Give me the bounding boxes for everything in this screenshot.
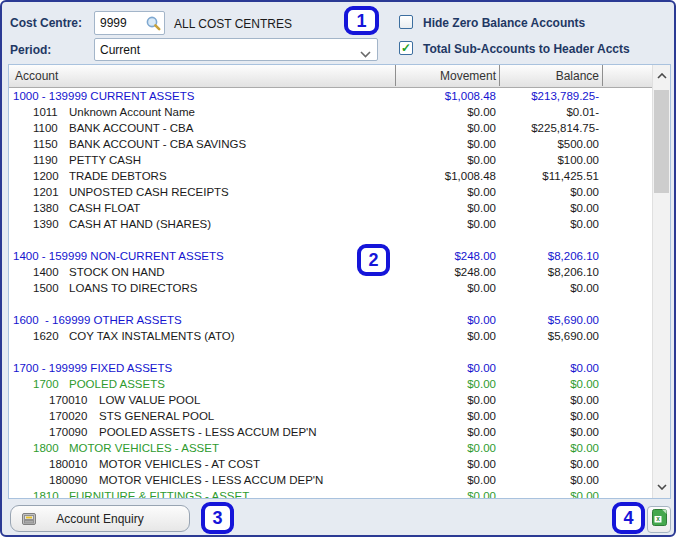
movement-value: $0.00 <box>467 280 496 296</box>
balance-value: $0.00 <box>570 392 599 408</box>
account-code: 1800 <box>33 440 59 456</box>
account-name: COY TAX INSTALMENTS (ATO) <box>69 328 235 344</box>
table-row[interactable]: 180010MOTOR VEHICLES - AT COST$0.00$0.00 <box>9 456 670 472</box>
movement-value: $0.00 <box>467 120 496 136</box>
movement-value: $0.00 <box>467 424 496 440</box>
account-name: FURNITURE & FITTINGS - ASSET <box>69 488 249 499</box>
account-code: 170010 <box>49 392 87 408</box>
account-enquiry-label: Account Enquiry <box>56 512 143 526</box>
balance-value: $8,206.10 <box>548 248 599 264</box>
account-grid: Account Movement Balance 1000 - 139999 C… <box>8 64 671 499</box>
movement-value: $0.00 <box>467 392 496 408</box>
table-row[interactable]: 1620COY TAX INSTALMENTS (ATO)$0.00$5,690… <box>9 328 670 344</box>
account-balances-dialog: Cost Centre: 9999 ALL COST CENTRES Perio… <box>0 0 676 537</box>
balance-value: $213,789.25- <box>531 88 599 104</box>
table-row[interactable]: 170010LOW VALUE POOL$0.00$0.00 <box>9 392 670 408</box>
export-excel-button[interactable]: x <box>647 506 671 533</box>
account-name: 1600 - 169999 OTHER ASSETS <box>13 312 182 328</box>
movement-value: $0.00 <box>467 312 496 328</box>
table-row[interactable]: 1200TRADE DEBTORS$1,008.48$11,425.51 <box>9 168 670 184</box>
account-name: MOTOR VEHICLES - ASSET <box>69 440 219 456</box>
table-row[interactable]: 1201UNPOSTED CASH RECEIPTS$0.00$0.00 <box>9 184 670 200</box>
account-code: 180010 <box>49 456 87 472</box>
account-name: PETTY CASH <box>69 152 141 168</box>
table-row[interactable]: 1400 - 159999 NON-CURRENT ASSETS$248.00$… <box>9 248 670 264</box>
cost-centre-input[interactable]: 9999 <box>94 11 165 35</box>
table-row[interactable]: 1700POOLED ASSETS$0.00$0.00 <box>9 376 670 392</box>
total-sub-accounts-checkbox[interactable]: ✓ <box>399 41 413 55</box>
balance-value: $11,425.51 <box>542 168 599 184</box>
balance-value: $0.00 <box>570 424 599 440</box>
column-divider <box>395 65 396 86</box>
account-enquiry-button[interactable]: Account Enquiry <box>10 505 190 532</box>
hide-zero-checkbox[interactable] <box>399 15 413 29</box>
table-row[interactable]: 1190PETTY CASH$0.00$100.00 <box>9 152 670 168</box>
table-row[interactable]: 1500LOANS TO DIRECTORS$0.00$0.00 <box>9 280 670 296</box>
account-name: BANK ACCOUNT - CBA SAVINGS <box>69 136 246 152</box>
movement-value: $248.00 <box>454 264 496 280</box>
vertical-scrollbar[interactable] <box>652 65 670 498</box>
excel-icon: x <box>652 509 667 530</box>
table-row[interactable]: 170090POOLED ASSETS - LESS ACCUM DEP'N$0… <box>9 424 670 440</box>
account-code: 1620 <box>33 328 59 344</box>
scroll-up-icon[interactable] <box>653 67 670 85</box>
table-row[interactable]: 1600 - 169999 OTHER ASSETS$0.00$5,690.00 <box>9 312 670 328</box>
account-code: 1100 <box>33 120 58 136</box>
table-row[interactable]: 1150BANK ACCOUNT - CBA SAVINGS$0.00$500.… <box>9 136 670 152</box>
balance-value: $0.00 <box>570 216 599 232</box>
balance-value: $0.00 <box>570 376 599 392</box>
balance-value: $225,814.75- <box>531 120 599 136</box>
account-code: 1190 <box>33 152 58 168</box>
table-row[interactable]: 170020STS GENERAL POOL$0.00$0.00 <box>9 408 670 424</box>
cabinet-icon <box>21 511 37 530</box>
table-row[interactable]: 1400STOCK ON HAND$248.00$8,206.10 <box>9 264 670 280</box>
table-row[interactable]: 1100BANK ACCOUNT - CBA$0.00$225,814.75- <box>9 120 670 136</box>
account-name: MOTOR VEHICLES - LESS ACCUM DEP'N <box>99 472 323 488</box>
movement-value: $0.00 <box>467 456 496 472</box>
spacer-row <box>9 296 670 312</box>
account-code: 1011 <box>33 104 58 120</box>
balance-value: $500.00 <box>557 136 599 152</box>
table-row[interactable]: 180090MOTOR VEHICLES - LESS ACCUM DEP'N$… <box>9 472 670 488</box>
account-name: UNPOSTED CASH RECEIPTS <box>69 184 229 200</box>
movement-value: $0.00 <box>467 472 496 488</box>
period-select[interactable]: Current <box>94 38 378 61</box>
scrollbar-thumb[interactable] <box>654 90 669 193</box>
table-row[interactable]: 1380CASH FLOAT$0.00$0.00 <box>9 200 670 216</box>
balance-value: $0.00 <box>570 408 599 424</box>
table-row[interactable]: 1700 - 199999 FIXED ASSETS$0.00$0.00 <box>9 360 670 376</box>
table-row[interactable]: 1810FURNITURE & FITTINGS - ASSET$0.00$0.… <box>9 488 670 499</box>
account-code: 170090 <box>49 424 87 440</box>
grid-body: 1000 - 139999 CURRENT ASSETS$1,008.48$21… <box>9 88 670 499</box>
account-name: POOLED ASSETS <box>69 376 165 392</box>
balance-value: $100.00 <box>557 152 599 168</box>
total-sub-accounts-label: Total Sub-Accounts to Header Accts <box>423 42 630 56</box>
account-code: 1400 <box>33 264 59 280</box>
movement-value: $1,008.48 <box>445 168 496 184</box>
movement-value: $0.00 <box>467 136 496 152</box>
movement-value: $0.00 <box>467 184 496 200</box>
account-code: 1700 <box>33 376 59 392</box>
movement-value: $248.00 <box>454 248 496 264</box>
balance-value: $8,206.10 <box>548 264 599 280</box>
column-header-balance[interactable]: Balance <box>556 69 599 83</box>
column-divider <box>602 65 603 86</box>
column-divider <box>499 65 500 86</box>
movement-value: $0.00 <box>467 200 496 216</box>
movement-value: $0.00 <box>467 376 496 392</box>
balance-value: $0.00 <box>570 360 599 376</box>
column-header-movement[interactable]: Movement <box>440 69 496 83</box>
scroll-down-icon[interactable] <box>653 478 670 496</box>
cost-centre-label: Cost Centre: <box>10 16 82 30</box>
table-row[interactable]: 1000 - 139999 CURRENT ASSETS$1,008.48$21… <box>9 88 670 104</box>
movement-value: $0.00 <box>467 152 496 168</box>
callout-2: 2 <box>357 244 390 276</box>
table-row[interactable]: 1011Unknown Account Name$0.00$0.01- <box>9 104 670 120</box>
column-header-account[interactable]: Account <box>15 69 58 83</box>
table-row[interactable]: 1800MOTOR VEHICLES - ASSET$0.00$0.00 <box>9 440 670 456</box>
balance-value: $5,690.00 <box>548 312 599 328</box>
account-name: 1400 - 159999 NON-CURRENT ASSETS <box>13 248 224 264</box>
cost-centre-lookup-icon[interactable] <box>145 15 162 32</box>
table-row[interactable]: 1390CASH AT HAND (SHARES)$0.00$0.00 <box>9 216 670 232</box>
cost-centre-value: 9999 <box>100 16 127 30</box>
